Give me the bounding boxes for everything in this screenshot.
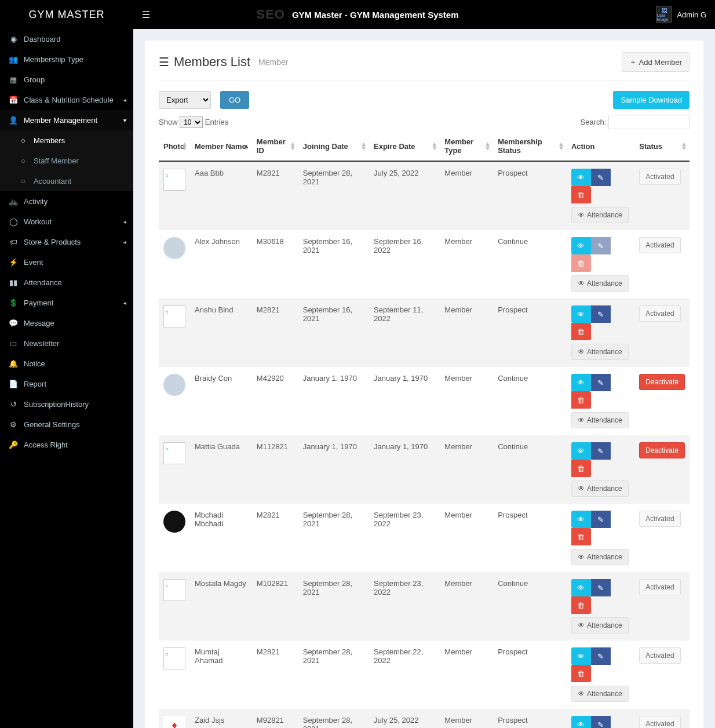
attendance-button[interactable]: 👁Attendance xyxy=(571,549,629,565)
eye-button[interactable]: 👁 xyxy=(571,442,591,460)
eye-button[interactable]: 👁 xyxy=(571,511,591,528)
sidebar-item-class-nutrition-schedule[interactable]: 📅Class & Nutrition Schedule◂ xyxy=(0,90,133,110)
sidebar-item-general-settings[interactable]: ⚙General Settings xyxy=(0,414,133,435)
eye-icon: 👁 xyxy=(577,310,585,319)
trash-button[interactable]: 🗑 xyxy=(571,596,591,614)
status-button[interactable]: Activated xyxy=(639,579,680,595)
col-photo[interactable]: Photo▲▼ xyxy=(159,132,190,161)
attendance-button[interactable]: 👁Attendance xyxy=(571,207,629,223)
eye-button[interactable]: 👁 xyxy=(571,237,591,254)
sidebar-item-activity[interactable]: 🚲Activity xyxy=(0,191,133,212)
attendance-button[interactable]: 👁Attendance xyxy=(571,617,629,634)
eye-button[interactable]: 👁 xyxy=(571,169,591,186)
user-menu[interactable]: 🖼 User Image Admin G xyxy=(656,6,706,23)
sidebar-item-message[interactable]: 💬Message xyxy=(0,313,133,333)
col-status[interactable]: Status▲▼ xyxy=(634,132,690,161)
col-member-name[interactable]: Member Name▲ xyxy=(190,132,252,161)
sidebar-item-store-products[interactable]: 🏷Store & Products◂ xyxy=(0,232,133,252)
eye-icon: 👁 xyxy=(578,279,585,287)
status-button[interactable]: Activated xyxy=(639,647,680,664)
export-select[interactable]: Export xyxy=(159,91,211,109)
eye-button[interactable]: 👁 xyxy=(571,305,591,323)
eye-icon: 👁 xyxy=(577,173,585,182)
entries-select[interactable]: 10 xyxy=(180,117,203,128)
ring-icon: ◯ xyxy=(9,217,18,226)
edit-button[interactable]: ✎ xyxy=(591,442,611,460)
go-button[interactable]: GO xyxy=(220,91,249,109)
sidebar-item-access-right[interactable]: 🔑Access Right xyxy=(0,435,133,455)
cell-status: Activated xyxy=(634,161,690,230)
sidebar-item-newsletter[interactable]: ▭Newsletter xyxy=(0,333,133,354)
status-button[interactable]: Deactivate xyxy=(639,442,685,458)
sidebar-item-event[interactable]: ⚡Event xyxy=(0,252,133,272)
status-button[interactable]: Activated xyxy=(639,511,680,527)
edit-button[interactable]: ✎ xyxy=(591,169,611,186)
sidebar-item-label: Access Right xyxy=(24,441,68,449)
attendance-button[interactable]: 👁Attendance xyxy=(571,686,629,702)
sidebar-item-member-management[interactable]: 👤Member Management▾ xyxy=(0,110,133,130)
search-input[interactable] xyxy=(608,115,690,129)
brand-logo[interactable]: GYM MASTER xyxy=(0,9,133,21)
edit-button[interactable]: ✎ xyxy=(591,237,611,254)
col-membership-status[interactable]: Membership Status▲▼ xyxy=(493,132,567,161)
sidebar-item-attendance[interactable]: ▮▮Attendance xyxy=(0,272,133,293)
eye-button[interactable]: 👁 xyxy=(571,647,591,665)
sort-icon: ▲▼ xyxy=(181,142,188,150)
col-member-id[interactable]: Member ID▲▼ xyxy=(252,132,298,161)
col-member-type[interactable]: Member Type▲▼ xyxy=(440,132,493,161)
col-expire-date[interactable]: Expire Date▲▼ xyxy=(369,132,440,161)
attendance-button[interactable]: 👁Attendance xyxy=(571,481,629,497)
status-button[interactable]: Activated xyxy=(639,237,680,253)
trash-icon: 🗑 xyxy=(577,601,585,610)
eye-button[interactable]: 👁 xyxy=(571,579,591,596)
col-action[interactable]: Action xyxy=(567,132,634,161)
member-photo: ♦ xyxy=(163,716,185,728)
trash-button[interactable]: 🗑 xyxy=(571,460,591,477)
sidebar-item-report[interactable]: 📄Report xyxy=(0,374,133,394)
sidebar-item-dashboard[interactable]: ◉Dashboard xyxy=(0,29,133,49)
sidebar-item-staff-member[interactable]: ○Staff Member xyxy=(0,151,133,171)
status-button[interactable]: Activated xyxy=(639,305,680,322)
status-button[interactable]: Deactivate xyxy=(639,374,685,390)
sidebar-item-payment[interactable]: 💲Payment◂ xyxy=(0,293,133,313)
edit-button[interactable]: ✎ xyxy=(591,374,611,391)
sidebar-item-workout[interactable]: ◯Workout◂ xyxy=(0,212,133,232)
sidebar-item-members[interactable]: ○Members xyxy=(0,130,133,151)
trash-button[interactable]: 🗑 xyxy=(571,254,591,272)
edit-button[interactable]: ✎ xyxy=(591,716,611,728)
trash-button[interactable]: 🗑 xyxy=(571,186,591,203)
circle-icon: ○ xyxy=(19,156,28,165)
member-photo xyxy=(163,374,185,396)
cell-mstatus: Prospect xyxy=(493,709,567,728)
trash-icon: 🗑 xyxy=(577,259,585,268)
user-name: Admin G xyxy=(677,10,706,19)
status-button[interactable]: Activated xyxy=(639,716,680,728)
attendance-button[interactable]: 👁Attendance xyxy=(571,344,629,360)
sidebar-item-group[interactable]: ▦Group xyxy=(0,70,133,90)
status-button[interactable]: Activated xyxy=(639,169,680,185)
trash-button[interactable]: 🗑 xyxy=(571,528,591,545)
trash-button[interactable]: 🗑 xyxy=(571,391,591,409)
edit-button[interactable]: ✎ xyxy=(591,511,611,528)
sidebar-toggle-icon[interactable]: ☰ xyxy=(142,9,150,20)
edit-button[interactable]: ✎ xyxy=(591,647,611,665)
attendance-button[interactable]: 👁Attendance xyxy=(571,412,629,428)
eye-button[interactable]: 👁 xyxy=(571,716,591,728)
add-member-button[interactable]: ＋ Add Member xyxy=(622,52,690,72)
sidebar-item-subscriptionhistory[interactable]: ↺SubscriptionHistory xyxy=(0,394,133,414)
col-joining-date[interactable]: Joining Date▲▼ xyxy=(298,132,369,161)
sidebar-item-accountant[interactable]: ○Accountant xyxy=(0,171,133,191)
edit-button[interactable]: ✎ xyxy=(591,579,611,596)
sample-download-button[interactable]: Sample Download xyxy=(613,91,690,109)
trash-button[interactable]: 🗑 xyxy=(571,323,591,340)
cell-join: September 28, 2021 xyxy=(298,504,369,572)
circle-icon: ○ xyxy=(19,136,28,145)
sidebar-item-notice[interactable]: 🔔Notice xyxy=(0,354,133,374)
sidebar-item-label: Members xyxy=(34,136,65,145)
trash-button[interactable]: 🗑 xyxy=(571,665,591,682)
eye-button[interactable]: 👁 xyxy=(571,374,591,391)
attendance-button[interactable]: 👁Attendance xyxy=(571,275,629,292)
trash-icon: 🗑 xyxy=(577,533,585,541)
sidebar-item-membership-type[interactable]: 👥Membership Type xyxy=(0,49,133,70)
edit-button[interactable]: ✎ xyxy=(591,305,611,323)
